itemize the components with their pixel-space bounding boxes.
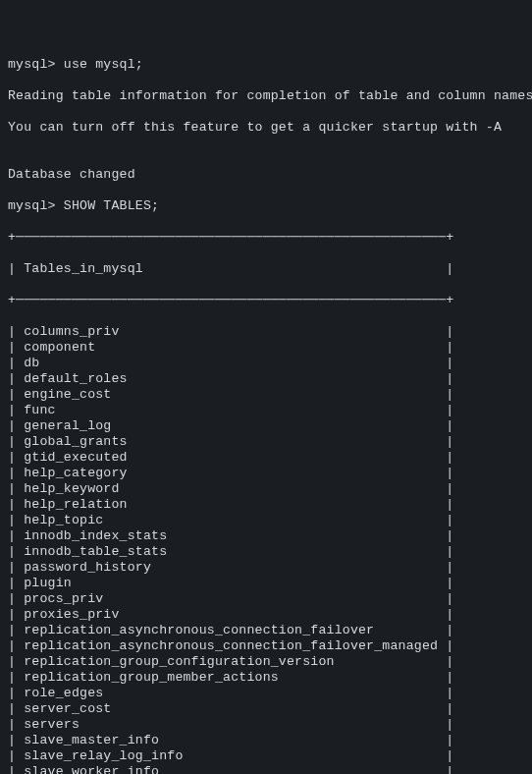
table-row: | replication_asynchronous_connection_fa… (8, 623, 524, 638)
table-row: | server_cost | (8, 701, 524, 717)
table-row: | slave_worker_info | (8, 764, 524, 774)
table-row: | servers | (8, 717, 524, 733)
table-row: | general_log | (8, 418, 524, 434)
table-row: | component | (8, 340, 524, 356)
table-row: | replication_group_configuration_versio… (8, 654, 524, 670)
mysql-prompt-show: mysql> SHOW TABLES; (8, 198, 524, 214)
table-row: | func | (8, 403, 524, 418)
table-row: | role_edges | (8, 686, 524, 701)
table-row: | help_category | (8, 466, 524, 481)
table-row: | slave_master_info | (8, 733, 524, 748)
table-row: | proxies_priv | (8, 607, 524, 623)
table-row: | password_history | (8, 560, 524, 576)
info-hint: You can turn off this feature to get a q… (8, 120, 524, 136)
table-row: | help_relation | (8, 497, 524, 513)
table-row: | procs_priv | (8, 591, 524, 607)
table-header: | Tables_in_mysql | (8, 261, 524, 277)
table-row: | plugin | (8, 576, 524, 591)
table-border-mid: +───────────────────────────────────────… (8, 293, 524, 308)
table-row: | help_keyword | (8, 481, 524, 497)
table-row: | replication_group_member_actions | (8, 670, 524, 686)
table-row: | innodb_table_stats | (8, 544, 524, 560)
table-border-top: +───────────────────────────────────────… (8, 230, 524, 246)
table-row: | global_grants | (8, 434, 524, 450)
table-row: | db | (8, 356, 524, 371)
table-row: | columns_priv | (8, 324, 524, 340)
table-rows: | columns_priv || component || db || def… (8, 324, 524, 774)
info-reading: Reading table information for completion… (8, 88, 524, 104)
table-row: | slave_relay_log_info | (8, 748, 524, 764)
db-changed: Database changed (8, 167, 524, 183)
table-row: | help_topic | (8, 513, 524, 528)
table-row: | engine_cost | (8, 387, 524, 403)
table-row: | innodb_index_stats | (8, 528, 524, 544)
mysql-prompt-use: mysql> use mysql; (8, 57, 524, 73)
table-row: | gtid_executed | (8, 450, 524, 466)
table-row: | default_roles | (8, 371, 524, 387)
table-row: | replication_asynchronous_connection_fa… (8, 638, 524, 654)
